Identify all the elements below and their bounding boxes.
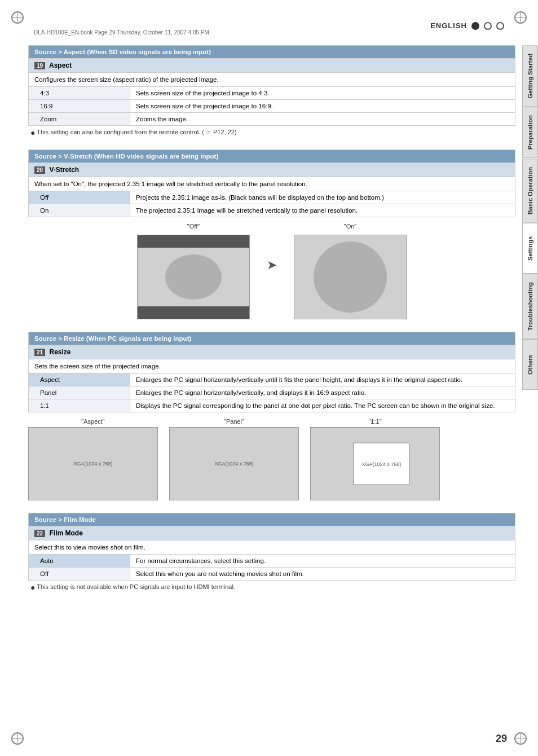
vstretch-on-desc: The projected 2.35:1 image will be stret… xyxy=(130,204,515,217)
resize-11-xga: XGA(1024 x 768) xyxy=(362,461,402,467)
vstretch-off-desc: Projects the 2.35:1 image as-is. (Black … xyxy=(130,191,515,204)
vstretch-number: 20 xyxy=(34,166,45,174)
vstretch-diagrams: "Off" ➤ "On" xyxy=(28,223,515,319)
resize-11-diagram: "1:1" XGA(1024 x 768) xyxy=(310,418,440,500)
section-aspect: Source > Aspect (When SD video signals a… xyxy=(28,45,515,137)
side-tabs: Getting Started Preparation Basic Operat… xyxy=(522,45,538,390)
aspect-desc: Configures the screen size (aspect ratio… xyxy=(29,73,515,87)
vstretch-on-label: On xyxy=(29,204,130,217)
resize-desc: Sets the screen size of the projected im… xyxy=(29,359,515,373)
filepath: DLA-HD100E_EN.book Page 29 Thursday, Oct… xyxy=(34,29,209,36)
resize-panel-label: Panel xyxy=(29,386,130,399)
resize-aspect-diagram-label: "Aspect" xyxy=(81,418,104,425)
tab-settings[interactable]: Settings xyxy=(522,223,538,274)
aspect-option-zoom-label: Zoom xyxy=(29,113,130,126)
tab-troubleshooting[interactable]: Troubleshooting xyxy=(522,274,538,339)
filmmode-note: ● This setting is not available when PC … xyxy=(28,583,515,592)
page-number: 29 xyxy=(496,733,507,745)
aspect-option-43-label: 4:3 xyxy=(29,87,130,100)
aspect-option-43-desc: Sets screen size of the projected image … xyxy=(130,87,515,100)
vstretch-title-text: V-Stretch xyxy=(49,166,79,174)
tab-preparation[interactable]: Preparation xyxy=(522,107,538,158)
dot-empty-1 xyxy=(484,22,492,30)
corner-mark-tl xyxy=(11,11,24,24)
resize-panel-desc: Enlarges the PC signal horizontally/vert… xyxy=(130,386,515,399)
resize-aspect-label: Aspect xyxy=(29,373,130,386)
language-label: ENGLISH xyxy=(430,21,467,30)
filmmode-bullet-icon: ● xyxy=(30,583,35,592)
vstretch-on-diagram-label: "On" xyxy=(344,223,356,230)
filmmode-off-desc: Select this when you are not watching mo… xyxy=(130,568,515,581)
vstretch-title: 20 V-Stretch xyxy=(29,163,515,177)
section-resize: Source > Resize (When PC signals are bei… xyxy=(28,332,515,500)
resize-11-image: XGA(1024 x 768) xyxy=(310,427,440,500)
resize-title-text: Resize xyxy=(49,348,70,356)
resize-11-desc: Displays the PC signal corresponding to … xyxy=(130,399,515,412)
aspect-option-169-label: 16:9 xyxy=(29,100,130,113)
vstretch-header: Source > V-Stretch (When HD video signal… xyxy=(29,150,515,163)
arrow-right-icon: ➤ xyxy=(267,223,277,307)
filmmode-title-text: Film Mode xyxy=(49,529,82,537)
resize-11-diagram-label: "1:1" xyxy=(368,418,381,425)
resize-number: 21 xyxy=(34,349,45,356)
aspect-number: 19 xyxy=(34,62,45,69)
aspect-title: 19 Aspect xyxy=(29,59,515,73)
filmmode-number: 22 xyxy=(34,530,45,537)
vstretch-off-diagram-label: "Off" xyxy=(187,223,200,230)
resize-aspect-image: XGA(1024 x 768) xyxy=(28,427,158,500)
filmmode-auto-desc: For normal circumstances, select this se… xyxy=(130,555,515,568)
aspect-note: ● This setting can also be configured fr… xyxy=(28,128,515,137)
resize-11-label: 1:1 xyxy=(29,399,130,412)
dot-filled xyxy=(471,22,479,30)
tab-others[interactable]: Others xyxy=(522,339,538,390)
vstretch-off-diagram: "Off" xyxy=(137,223,250,319)
aspect-title-text: Aspect xyxy=(49,61,72,69)
corner-mark-bl xyxy=(11,732,24,745)
aspect-header: Source > Aspect (When SD video signals a… xyxy=(29,46,515,59)
vstretch-on-image xyxy=(294,235,407,319)
resize-diagrams: "Aspect" XGA(1024 x 768) "Panel" XGA(102… xyxy=(28,418,515,500)
resize-panel-diagram: "Panel" XGA(1024 x 768) xyxy=(169,418,299,500)
resize-panel-diagram-label: "Panel" xyxy=(224,418,244,425)
resize-aspect-xga: XGA(1024 x 768) xyxy=(73,461,113,467)
vstretch-on-diagram: "On" xyxy=(294,223,407,319)
resize-panel-xga: XGA(1024 x 768) xyxy=(214,461,254,467)
resize-title: 21 Resize xyxy=(29,345,515,359)
tab-getting-started[interactable]: Getting Started xyxy=(522,45,538,107)
filmmode-auto-label: Auto xyxy=(29,555,130,568)
resize-aspect-desc: Enlarges the PC signal horizontally/vert… xyxy=(130,373,515,386)
resize-panel-image: XGA(1024 x 768) xyxy=(169,427,299,500)
dot-empty-2 xyxy=(496,22,504,30)
vstretch-desc: When set to "On", the projected 2.35:1 i… xyxy=(29,177,515,191)
filmmode-title: 22 Film Mode xyxy=(29,526,515,540)
resize-aspect-diagram: "Aspect" XGA(1024 x 768) xyxy=(28,418,158,500)
page-header: ENGLISH xyxy=(430,21,504,30)
aspect-option-169-desc: Sets screen size of the projected image … xyxy=(130,100,515,113)
filmmode-off-label: Off xyxy=(29,568,130,581)
section-vstretch: Source > V-Stretch (When HD video signal… xyxy=(28,150,515,319)
main-content: Source > Aspect (When SD video signals a… xyxy=(28,45,515,722)
filmmode-desc: Select this to view movies shot on film. xyxy=(29,540,515,555)
vstretch-off-label: Off xyxy=(29,191,130,204)
tab-basic-operation[interactable]: Basic Operation xyxy=(522,159,538,223)
aspect-option-zoom-desc: Zooms the image. xyxy=(130,113,515,126)
corner-mark-tr xyxy=(514,11,527,24)
filmmode-header: Source > Film Mode xyxy=(29,513,515,526)
section-filmmode: Source > Film Mode 22 Film Mode Select t… xyxy=(28,513,515,592)
corner-mark-br xyxy=(514,732,527,745)
vstretch-off-image xyxy=(137,235,250,319)
resize-header: Source > Resize (When PC signals are bei… xyxy=(29,332,515,345)
bullet-icon: ● xyxy=(30,128,35,137)
